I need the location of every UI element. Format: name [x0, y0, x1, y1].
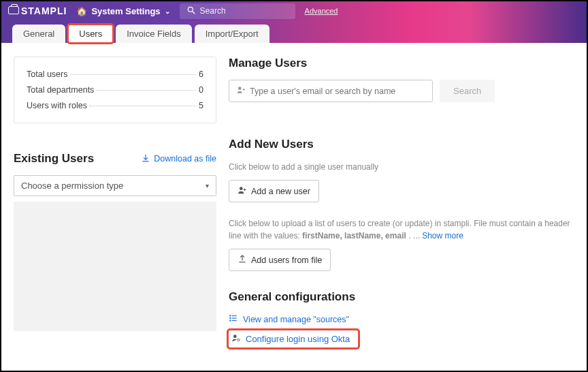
svg-point-11	[230, 315, 231, 316]
home-icon: 🏠	[76, 6, 87, 16]
download-as-file-link[interactable]: Download as file	[141, 153, 216, 165]
logo-text: STAMPLI	[21, 5, 67, 16]
upload-subtext-fields: firstName, lastName, email	[302, 231, 406, 241]
upload-icon	[238, 254, 247, 266]
add-single-subtext: Click below to add a single user manuall…	[229, 161, 574, 173]
logo-icon	[8, 6, 19, 14]
dot-leader	[97, 90, 196, 91]
add-users-from-file-button[interactable]: Add users from file	[229, 249, 331, 271]
global-search-input[interactable]	[200, 6, 275, 16]
left-column: Total users 6 Total departments 0 Users …	[14, 57, 216, 358]
content-area: Total users 6 Total departments 0 Users …	[1, 43, 587, 371]
right-column: Manage Users Search Add New Users Click …	[229, 57, 574, 358]
user-gear-icon	[231, 333, 241, 345]
configure-okta-link[interactable]: Configure login using Okta	[229, 330, 358, 347]
tab-import-export[interactable]: Import/Export	[195, 25, 270, 43]
stat-users-with-roles: Users with roles 5	[27, 101, 203, 110]
user-search-input[interactable]	[250, 87, 425, 96]
general-config-heading: General configurations	[229, 290, 574, 304]
system-settings-label: System Settings	[91, 6, 160, 16]
upload-subtext-suffix: . ...	[408, 231, 422, 241]
app-header: STAMPLI 🏠 System Settings ⌄ Advanced	[1, 1, 587, 20]
add-users-from-file-label: Add users from file	[251, 255, 322, 265]
add-new-user-label: Add a new user	[251, 187, 310, 196]
svg-point-13	[230, 320, 231, 321]
svg-point-0	[188, 7, 193, 12]
global-search[interactable]	[180, 3, 295, 19]
caret-down-icon: ▾	[206, 182, 209, 189]
dot-leader	[90, 106, 196, 106]
system-settings-menu[interactable]: 🏠 System Settings ⌄	[76, 6, 169, 16]
configure-okta-label: Configure login using Okta	[246, 334, 350, 344]
svg-point-12	[230, 317, 231, 318]
stat-value: 6	[199, 69, 203, 79]
tab-users[interactable]: Users	[68, 25, 113, 43]
chevron-down-icon: ⌄	[165, 7, 170, 15]
svg-point-5	[240, 187, 243, 190]
download-label: Download as file	[154, 154, 216, 164]
stat-total-users: Total users 6	[27, 69, 203, 79]
tab-invoice-fields[interactable]: Invoice Fields	[116, 25, 191, 43]
upload-subtext: Click below to upload a list of users to…	[229, 217, 574, 242]
stat-label: Total users	[27, 69, 67, 79]
stat-total-departments: Total departments 0	[27, 85, 203, 95]
list-icon	[229, 313, 238, 325]
stat-value: 5	[199, 101, 203, 110]
existing-users-heading: Existing Users	[14, 152, 94, 166]
stats-panel: Total users 6 Total departments 0 Users …	[14, 57, 216, 123]
view-sources-label: View and manage "sources"	[243, 315, 349, 324]
manage-users-heading: Manage Users	[229, 57, 574, 70]
svg-point-2	[238, 87, 242, 90]
permission-placeholder: Choose a permission type	[21, 181, 123, 191]
advanced-search-link[interactable]: Advanced	[305, 7, 338, 15]
stat-label: Total departments	[27, 85, 94, 95]
view-sources-link[interactable]: View and manage "sources"	[229, 313, 574, 325]
tab-general[interactable]: General	[12, 25, 65, 43]
manage-users-search-row: Search	[229, 80, 574, 102]
show-more-link[interactable]: Show more	[422, 231, 463, 241]
user-plus-icon	[238, 185, 247, 197]
stat-value: 0	[199, 85, 203, 95]
add-new-users-heading: Add New Users	[229, 138, 574, 151]
user-search-icon	[236, 85, 246, 97]
dot-leader	[70, 74, 196, 75]
user-search-button[interactable]: Search	[440, 80, 495, 102]
users-list-panel	[14, 202, 216, 331]
user-search-field[interactable]	[229, 80, 433, 102]
logo: STAMPLI	[8, 5, 67, 16]
download-icon	[141, 153, 150, 165]
stat-label: Users with roles	[27, 101, 87, 110]
existing-users-head: Existing Users Download as file	[14, 152, 216, 166]
search-icon	[186, 5, 196, 17]
svg-point-15	[238, 339, 240, 341]
svg-line-1	[192, 11, 195, 14]
add-new-user-button[interactable]: Add a new user	[229, 180, 319, 202]
settings-tabs: General Users Invoice Fields Import/Expo…	[1, 20, 587, 43]
svg-point-14	[233, 335, 237, 338]
permission-type-select[interactable]: Choose a permission type ▾	[14, 175, 216, 196]
